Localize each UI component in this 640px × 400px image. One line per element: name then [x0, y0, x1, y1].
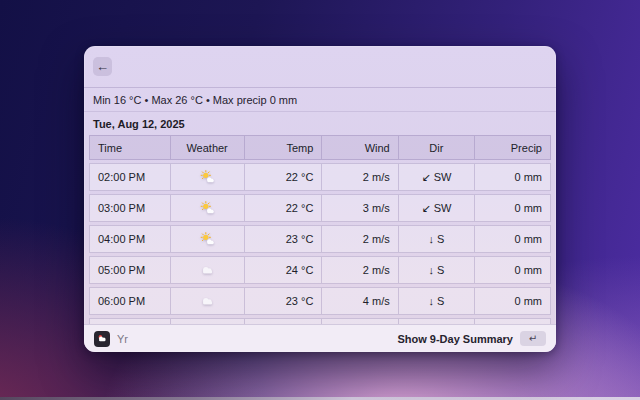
back-arrow-icon: ← — [96, 60, 109, 73]
temp-cell: 22 °C — [244, 195, 322, 221]
table-row: 04:00 PM 23 °C2 m/s↓ S0 mm — [89, 225, 551, 253]
column-header-wind: Wind — [321, 136, 397, 159]
time-cell: 04:00 PM — [90, 226, 170, 252]
column-header-time: Time — [90, 136, 170, 159]
precip-cell: 0 mm — [474, 226, 550, 252]
table-row: 03:00 PM 22 °C3 m/s↙ SW0 mm — [89, 194, 551, 222]
column-header-temp: Temp — [244, 136, 322, 159]
weather-cell — [170, 257, 244, 283]
back-button[interactable]: ← — [93, 57, 112, 76]
column-header-precip: Precip — [474, 136, 550, 159]
temp-cell: 23 °C — [244, 226, 322, 252]
time-cell: 03:00 PM — [90, 195, 170, 221]
temp-cell: 24 °C — [244, 257, 322, 283]
desktop-wallpaper: ← Min 16 °C • Max 26 °C • Max precip 0 m… — [0, 0, 640, 400]
weather-cell — [170, 288, 244, 314]
weather-detail-window: ← Min 16 °C • Max 26 °C • Max precip 0 m… — [84, 46, 556, 352]
time-cell: 05:00 PM — [90, 257, 170, 283]
wind-cell: 2 m/s — [321, 164, 397, 190]
forecast-table: TimeWeatherTempWindDirPrecip 02:00 PM 22… — [84, 134, 556, 324]
weather-cell — [170, 195, 244, 221]
date-heading: Tue, Aug 12, 2025 — [84, 112, 556, 134]
wind-cell: 3 m/s — [321, 195, 397, 221]
precip-cell: 0 mm — [474, 288, 550, 314]
dir-cell: ↙ SW — [398, 164, 474, 190]
weather-cell — [170, 226, 244, 252]
sun-behind-cloud-icon — [200, 232, 215, 246]
table-row: 06:00 PM 23 °C4 m/s↓ S0 mm — [89, 287, 551, 315]
dir-cell: ↓ S — [398, 288, 474, 314]
table-header-row: TimeWeatherTempWindDirPrecip — [89, 135, 551, 160]
temp-cell: 22 °C — [244, 164, 322, 190]
day-summary-text: Min 16 °C • Max 26 °C • Max precip 0 mm — [93, 94, 297, 106]
dir-cell: ↓ S — [398, 257, 474, 283]
weather-cell — [170, 164, 244, 190]
cloud-icon — [200, 265, 215, 276]
precip-cell: 0 mm — [474, 164, 550, 190]
return-key-icon: ↵ — [520, 331, 546, 346]
action-label: Show 9-Day Summary — [397, 333, 513, 345]
table-row: 05:00 PM 24 °C2 m/s↓ S0 mm — [89, 256, 551, 284]
window-topbar: ← — [84, 46, 556, 88]
forecast-table-body: 02:00 PM 22 °C2 m/s↙ SW0 mm03:00 PM — [89, 163, 551, 324]
cloud-icon — [200, 296, 215, 307]
precip-cell: 0 mm — [474, 257, 550, 283]
dir-cell: ↙ SW — [398, 195, 474, 221]
precip-cell: 0 mm — [474, 195, 550, 221]
temp-cell: 23 °C — [244, 288, 322, 314]
sun-behind-cloud-icon — [200, 170, 215, 184]
show-9-day-summary-action[interactable]: Show 9-Day Summary ↵ — [397, 331, 546, 346]
window-footer: Yr Show 9-Day Summary ↵ — [84, 324, 556, 352]
column-header-weather: Weather — [170, 136, 244, 159]
time-cell: 06:00 PM — [90, 288, 170, 314]
wind-cell: 4 m/s — [321, 288, 397, 314]
day-summary-bar: Min 16 °C • Max 26 °C • Max precip 0 mm — [84, 88, 556, 112]
table-row: 02:00 PM 22 °C2 m/s↙ SW0 mm — [89, 163, 551, 191]
wind-cell: 2 m/s — [321, 257, 397, 283]
wind-cell: 2 m/s — [321, 226, 397, 252]
dir-cell: ↓ S — [398, 226, 474, 252]
time-cell: 02:00 PM — [90, 164, 170, 190]
column-header-dir: Dir — [398, 136, 474, 159]
date-heading-text: Tue, Aug 12, 2025 — [93, 118, 185, 130]
sun-behind-cloud-icon — [200, 201, 215, 215]
source-name: Yr — [117, 333, 128, 345]
yr-app-icon — [94, 331, 110, 347]
